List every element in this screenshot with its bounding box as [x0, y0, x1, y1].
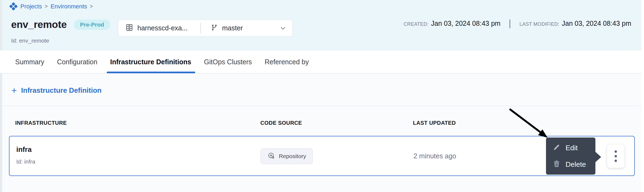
tab-summary[interactable]: Summary — [15, 50, 44, 73]
edit-label: Edit — [566, 144, 578, 152]
breadcrumb: Projects > Environments > — [9, 2, 93, 11]
tab-gitops-clusters[interactable]: GitOps Clusters — [204, 50, 252, 73]
column-header-code-source: CODE SOURCE — [260, 120, 302, 126]
kebab-dots-icon — [613, 149, 618, 163]
repo-selector-repo-part[interactable]: harnesscd-exa... — [118, 23, 200, 33]
column-header-infrastructure: INFRASTRUCTURE — [15, 120, 67, 126]
pencil-icon — [553, 143, 560, 152]
tab-configuration[interactable]: Configuration — [57, 50, 97, 73]
environment-details-page: Projects > Environments > env_remote Pre… — [0, 0, 644, 192]
entity-id-label: Id: env_remote — [11, 37, 49, 44]
column-header-last-updated: LAST UPDATED — [413, 120, 456, 126]
row-context-menu: Edit Delete — [546, 137, 595, 175]
chevron-down-icon[interactable] — [279, 25, 286, 32]
menu-item-delete[interactable]: Delete — [546, 158, 595, 170]
branch-selector[interactable]: master — [201, 24, 292, 32]
add-infrastructure-definition-label: Infrastructure Definition — [21, 86, 102, 95]
projects-diamond-icon — [9, 2, 18, 11]
tab-infrastructure-definitions[interactable]: Infrastructure Definitions — [110, 50, 191, 73]
add-infrastructure-definition-button[interactable]: + Infrastructure Definition — [11, 86, 102, 95]
breadcrumb-separator: > — [45, 3, 48, 9]
infrastructure-id: Id: infra — [16, 158, 35, 165]
selected-repo-name: harnesscd-exa... — [137, 24, 188, 32]
page-header: Projects > Environments > env_remote Pre… — [2, 0, 641, 50]
code-source-badge-label: Repository — [279, 153, 306, 159]
repository-store-icon — [125, 23, 134, 33]
selected-branch-name: master — [222, 24, 243, 32]
tab-referenced-by[interactable]: Referenced by — [265, 50, 309, 73]
last-updated-value: 2 minutes ago — [413, 152, 456, 160]
left-edge-strip — [0, 0, 2, 192]
created-label: CREATED: — [404, 21, 429, 27]
tab-bar: Summary Configuration Infrastructure Def… — [0, 50, 641, 73]
created-value: Jan 03, 2024 08:43 pm — [431, 20, 501, 27]
row-options-button[interactable] — [607, 145, 624, 168]
env-type-badge: Pre-Prod — [74, 20, 111, 30]
breadcrumb-separator: > — [90, 3, 93, 9]
delete-label: Delete — [566, 160, 586, 169]
title-row: env_remote Pre-Prod — [11, 19, 110, 30]
timestamps-meta: CREATED: Jan 03, 2024 08:43 pm LAST MODI… — [404, 20, 631, 28]
last-modified-label: LAST MODIFIED: — [519, 21, 559, 27]
breadcrumb-environments-link[interactable]: Environments — [50, 3, 87, 10]
infrastructure-cell: infra Id: infra — [16, 145, 35, 165]
trash-icon — [553, 160, 560, 169]
meta-divider — [510, 20, 510, 28]
plus-icon: + — [11, 86, 17, 95]
remote-repository-icon — [267, 152, 275, 161]
git-branch-icon — [211, 24, 218, 32]
scrollbar-track[interactable] — [641, 0, 644, 192]
content-divider — [2, 106, 644, 106]
last-modified-value: Jan 03, 2024 08:43 pm — [562, 20, 631, 27]
breadcrumb-projects-link[interactable]: Projects — [20, 3, 42, 10]
infrastructure-name: infra — [16, 145, 35, 154]
code-source-badge: Repository — [261, 148, 313, 164]
menu-item-edit[interactable]: Edit — [546, 142, 595, 154]
git-repo-selector[interactable]: harnesscd-exa... master — [118, 20, 293, 37]
menu-caret — [595, 152, 601, 162]
table-row[interactable]: infra Id: infra — [9, 136, 635, 176]
page-title: env_remote — [11, 19, 67, 30]
